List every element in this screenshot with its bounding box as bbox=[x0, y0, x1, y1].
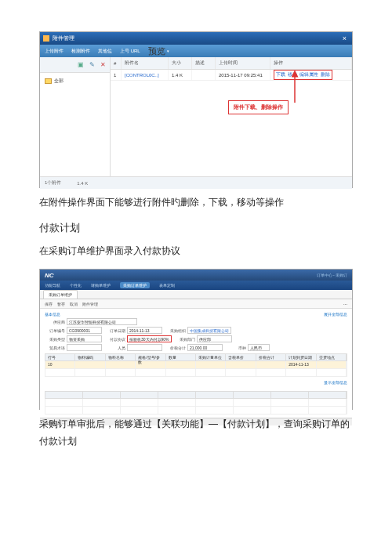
col-num: # bbox=[111, 57, 122, 69]
top-right-text: 订单中心 - 采购订 bbox=[317, 273, 347, 277]
tree-panel: ▣ ✎ ✕ 全部 bbox=[40, 57, 111, 176]
lower-grid-row bbox=[45, 399, 347, 407]
label-org: 采购组织 bbox=[165, 328, 186, 333]
input-agree[interactable]: 按验收30天内付款90% bbox=[127, 335, 172, 342]
tb-attach[interactable]: 附件管理 bbox=[82, 302, 98, 306]
input-type[interactable]: 物资采购 bbox=[67, 335, 102, 342]
detail-grid-header: 行号 物料编码 物料名称 规格/型号/参数 数量 采购计量单位 含税单价 价税合… bbox=[45, 353, 347, 361]
menu-3[interactable]: 采购订单维护 bbox=[120, 282, 150, 288]
tb-more-icon[interactable]: ⋯ bbox=[343, 302, 347, 306]
detail-grid-row[interactable]: 10 2014-11-13 bbox=[45, 361, 347, 369]
nc-form-screenshot: NC 订单中心 - 采购订 功能导航 个性化 请购单维护 采购订单维护 表单定制… bbox=[39, 269, 353, 410]
close-icon[interactable]: × bbox=[340, 34, 349, 42]
dialog-title: 附件管理 bbox=[53, 34, 340, 42]
callout-label: 附件下载、删除操作 bbox=[228, 100, 289, 114]
tb-tempsave[interactable]: 暂存 bbox=[57, 302, 65, 306]
dialog-toolbar: 上传附件 检测附件 其他位 上号 URL 预览 ▾ bbox=[40, 45, 352, 57]
gh-8: 计划到货日期 bbox=[286, 354, 316, 360]
tb-cancel[interactable]: 取消 bbox=[70, 302, 78, 306]
gc-1 bbox=[75, 361, 105, 368]
input-person[interactable] bbox=[127, 344, 162, 351]
tb-url[interactable]: 上号 URL bbox=[120, 48, 140, 55]
section1-title: 基本信息 bbox=[45, 312, 60, 317]
gc-9 bbox=[317, 361, 347, 368]
paragraph-1: 在附件操作界面下能够进行附件旳删除，下载，移动等操作 bbox=[39, 194, 353, 212]
input-cur[interactable]: 人民币 bbox=[248, 344, 270, 351]
tb-preview[interactable]: 预览 ▾ bbox=[148, 45, 169, 57]
app-topbar: NC 订单中心 - 采购订 bbox=[40, 270, 352, 281]
tb-other[interactable]: 其他位 bbox=[98, 48, 112, 55]
tb-save[interactable]: 保存 bbox=[45, 302, 53, 306]
lower-grid bbox=[45, 391, 347, 415]
tb-check[interactable]: 检测附件 bbox=[71, 48, 90, 55]
tree-root-label: 全部 bbox=[54, 78, 64, 85]
gc-6 bbox=[226, 361, 256, 368]
gh-0: 行号 bbox=[45, 354, 75, 360]
tree-toolbar: ▣ ✎ ✕ bbox=[40, 57, 110, 73]
lower-grid-row bbox=[45, 407, 347, 415]
gh-6: 含税单价 bbox=[226, 354, 256, 360]
cell-num: 1 bbox=[111, 70, 122, 80]
cell-desc bbox=[192, 70, 216, 80]
gc-5 bbox=[196, 361, 226, 368]
gc-7 bbox=[256, 361, 286, 368]
tb-upload[interactable]: 上传附件 bbox=[45, 48, 64, 55]
label-person: 人员 bbox=[105, 346, 125, 350]
gh-7: 价税合计 bbox=[256, 354, 286, 360]
label-orderno: 订单编号 bbox=[45, 328, 65, 333]
paragraph-3: 采购订单审批后，能够通过【关联功能】—【付款计划】，查询采购订单的付款计划 bbox=[39, 416, 353, 450]
gc-2 bbox=[106, 361, 136, 368]
input-dept[interactable]: 供应部 bbox=[197, 335, 232, 342]
menu-4[interactable]: 表单定制 bbox=[159, 283, 175, 288]
input-total[interactable]: 21,000.00 bbox=[187, 344, 223, 351]
col-desc: 描述 bbox=[192, 57, 216, 69]
form-body: 基本信息 展开全部信息 供应商 江苏安华智能科技有限公司 订单编号CG09000… bbox=[40, 309, 352, 418]
input-org[interactable]: 中国集成科技有限公司 bbox=[187, 327, 231, 334]
gh-5: 采购计量单位 bbox=[196, 354, 226, 360]
label-orderdate: 订单日期 bbox=[105, 328, 125, 333]
form-toolbar: 保存 暂存 取消 附件管理 ⋯ bbox=[40, 299, 352, 309]
field-supplier: 供应商 江苏安华智能科技有限公司 bbox=[45, 318, 137, 325]
input-trade[interactable] bbox=[67, 344, 102, 351]
menu-2[interactable]: 请购单维护 bbox=[91, 283, 111, 288]
dialog-titlebar: 附件管理 × bbox=[40, 32, 352, 45]
table-row[interactable]: 1 [CONTROL0C..] 1.4 K 2015-11-17 09:25:4… bbox=[111, 70, 352, 81]
input-orderno[interactable]: CG0900001 bbox=[67, 327, 102, 334]
lower-grid-header bbox=[45, 391, 347, 399]
status-size: 1.4 K bbox=[77, 181, 88, 186]
label-total: 价税合计 bbox=[165, 346, 186, 350]
label-cur: 币种 bbox=[226, 346, 246, 350]
label-trade: 贸易术语 bbox=[45, 346, 65, 350]
table-header: # 附件名 大小 描述 上传时间 操作 bbox=[111, 57, 352, 70]
cell-name[interactable]: [CONTROL0C..] bbox=[122, 70, 169, 80]
menu-1[interactable]: 个性化 bbox=[70, 283, 82, 288]
input-supplier[interactable]: 江苏安华智能科技有限公司 bbox=[67, 318, 137, 325]
cell-size: 1.4 K bbox=[169, 70, 192, 80]
folder-icon bbox=[45, 78, 52, 84]
col-ops: 操作 bbox=[270, 57, 352, 69]
active-tab[interactable]: 采购订单维护 bbox=[43, 290, 78, 299]
attachment-list-panel: # 附件名 大小 描述 上传时间 操作 1 [CONTROL0C..] 1.4 … bbox=[111, 57, 352, 176]
chevron-down-icon: ▾ bbox=[167, 49, 169, 53]
add-folder-icon[interactable]: ▣ bbox=[77, 61, 85, 69]
delete-icon[interactable]: ✕ bbox=[99, 61, 107, 69]
menu-0[interactable]: 功能导航 bbox=[45, 283, 60, 288]
op-delete[interactable]: 删除 bbox=[321, 71, 330, 78]
gh-3: 规格/型号/参数 bbox=[136, 354, 165, 360]
dialog-icon bbox=[43, 35, 49, 42]
folder-tree: 全部 bbox=[40, 73, 110, 89]
input-orderdate[interactable]: 2014-11-13 bbox=[127, 327, 162, 334]
gh-9: 交货地点 bbox=[317, 354, 347, 360]
expand-link[interactable]: 展开全部信息 bbox=[324, 312, 347, 317]
status-count: 1个附件 bbox=[45, 179, 61, 186]
section2-head: 显示全部信息 bbox=[45, 380, 347, 385]
menubar: 功能导航 个性化 请购单维护 采购订单维护 表单定制 bbox=[40, 281, 352, 290]
tree-root-item[interactable]: 全部 bbox=[45, 78, 105, 85]
section-basic-info: 基本信息 展开全部信息 bbox=[45, 312, 347, 317]
gc-0: 10 bbox=[45, 361, 75, 368]
col-name: 附件名 bbox=[122, 57, 169, 69]
show-all-link[interactable]: 显示全部信息 bbox=[324, 380, 347, 385]
attachment-dialog-screenshot: 附件管理 × 上传附件 检测附件 其他位 上号 URL 预览 ▾ ▣ ✎ ✕ 全… bbox=[39, 31, 353, 188]
label-type: 采购类型 bbox=[45, 337, 65, 342]
edit-icon[interactable]: ✎ bbox=[88, 61, 96, 69]
